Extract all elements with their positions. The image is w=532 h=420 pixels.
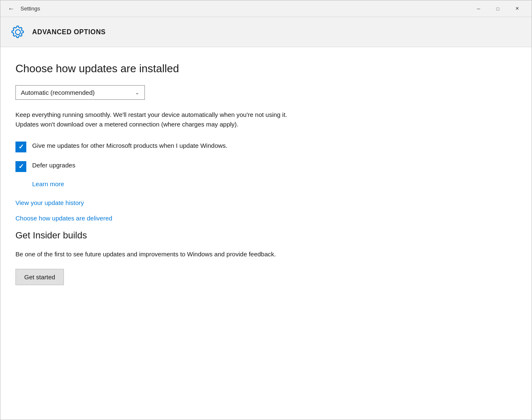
maximize-button[interactable]: □: [488, 2, 507, 15]
update-mode-dropdown-wrapper: Automatic (recommended) ⌄: [15, 85, 517, 100]
checkbox1-row: ✓ Give me updates for other Microsoft pr…: [15, 141, 517, 152]
window-title: Settings: [20, 5, 469, 12]
learn-more-link[interactable]: Learn more: [32, 180, 517, 187]
page-title: ADVANCED OPTIONS: [32, 28, 106, 36]
checkbox2[interactable]: ✓: [15, 161, 26, 172]
checkmark2-icon: ✓: [18, 163, 24, 170]
close-button[interactable]: ✕: [507, 2, 527, 15]
checkbox2-row: ✓ Defer upgrades: [15, 161, 517, 172]
window-controls: ─ □ ✕: [469, 2, 527, 15]
section1-title: Choose how updates are installed: [15, 62, 517, 75]
dropdown-value: Automatic (recommended): [21, 89, 95, 96]
checkbox1-label: Give me updates for other Microsoft prod…: [32, 141, 228, 151]
update-mode-dropdown[interactable]: Automatic (recommended) ⌄: [15, 85, 145, 100]
minimize-button[interactable]: ─: [469, 2, 488, 15]
gear-icon: [10, 25, 25, 40]
checkbox1[interactable]: ✓: [15, 142, 26, 152]
header-bar: ADVANCED OPTIONS: [0, 17, 532, 47]
update-description: Keep everything running smoothly. We'll …: [15, 110, 299, 129]
get-started-button[interactable]: Get started: [15, 269, 64, 285]
update-delivery-link[interactable]: Choose how updates are delivered: [15, 215, 517, 222]
section2-title: Get Insider builds: [15, 230, 517, 241]
checkmark-icon: ✓: [18, 144, 24, 150]
main-content: Choose how updates are installed Automat…: [0, 47, 532, 420]
title-bar: ← Settings ─ □ ✕: [0, 0, 532, 17]
window: ← Settings ─ □ ✕ ADVANCED OPTIONS Choose…: [0, 0, 532, 420]
defer-section: ✓ Defer upgrades Learn more: [15, 161, 517, 187]
insider-description: Be one of the first to see future update…: [15, 249, 283, 259]
back-button[interactable]: ←: [5, 3, 17, 15]
chevron-down-icon: ⌄: [135, 89, 139, 96]
update-history-link[interactable]: View your update history: [15, 199, 517, 206]
checkbox2-label: Defer upgrades: [32, 161, 75, 170]
